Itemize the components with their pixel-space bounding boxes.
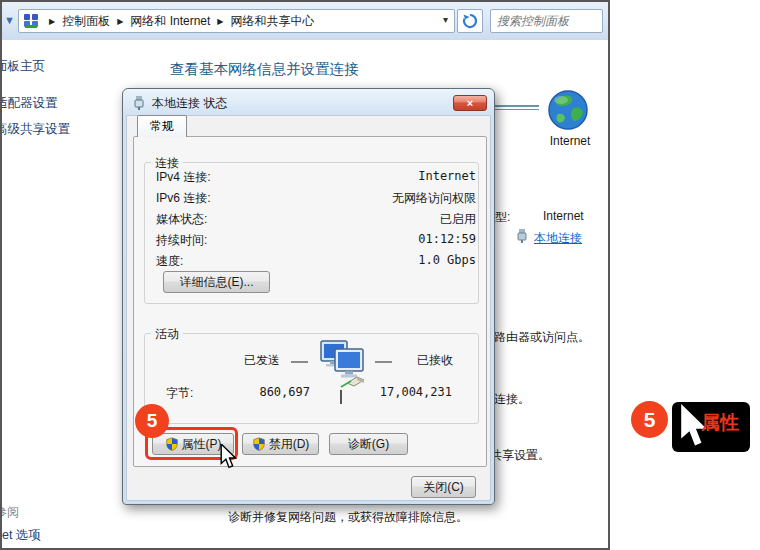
speed-label: 速度: [156,253,183,270]
local-connection-status-dialog: 本地连接 状态 × 常规 连接 IPv4 连接: Internet IPv6 连… [122,88,495,505]
address-bar: ▼ ▶ 控制面板 ▶ 网络和 Internet ▶ 网络和共享中心 ▾ [2,2,608,40]
details-button[interactable]: 详细信息(E)... [163,271,270,293]
close-icon: × [467,98,473,109]
breadcrumb-arrow-icon: ▶ [117,17,123,26]
search-input[interactable] [491,10,602,32]
network-map-connector-line [492,105,539,110]
background-text-fragment: 诊断并修复网络问题，或获得故障排除信息。 [228,509,468,526]
internet-node-label: Internet [542,134,598,148]
received-connector-line [375,361,392,363]
background-text-fragment: 共享设置。 [490,447,550,464]
network-center-icon [22,12,40,30]
activity-group-label: 活动 [151,326,183,343]
screenshot-root: ▼ ▶ 控制面板 ▶ 网络和 Internet ▶ 网络和共享中心 ▾ [0,0,760,550]
refresh-icon [462,13,478,29]
media-state-label: 媒体状态: [156,211,207,228]
step-number: 5 [644,408,656,432]
access-type-value: Internet [543,209,584,223]
breadcrumb-item-network-internet[interactable]: 网络和 Internet [130,13,210,30]
sidebar-item-internet-options[interactable]: net 选项 [0,527,41,544]
bytes-label: 字节: [166,385,193,402]
ipv4-value: Internet [418,169,476,183]
step-number: 5 [147,410,158,432]
breadcrumb: ▶ 控制面板 ▶ 网络和 Internet ▶ 网络和共享中心 ▾ [18,9,455,33]
access-type-label-fragment: 型: [495,209,510,226]
uac-shield-icon [252,437,266,451]
disable-button[interactable]: 禁用(D) [242,433,319,455]
bytes-received-value: 17,004,231 [380,385,452,399]
diagnose-button-label: 诊断(G) [348,436,389,453]
breadcrumb-arrow-icon: ▶ [217,17,223,26]
local-connection-link[interactable]: 本地连接 [534,230,582,247]
dialog-close-button[interactable]: × [453,95,487,111]
ipv6-label: IPv6 连接: [156,190,211,207]
sidebar-item-control-panel-home[interactable]: 面板主页 [0,58,45,75]
activity-group: 活动 [144,333,479,424]
close-button-label: 关闭(C) [423,479,464,496]
internet-globe-icon [546,88,590,132]
sidebar-see-also-label: 参阅 [0,504,19,521]
ipv6-value: 无网络访问权限 [392,190,476,207]
ethernet-plug-icon [516,228,528,243]
sidebar-item-change-adapter-settings[interactable]: 适配器设置 [0,95,58,112]
details-button-label: 详细信息(E)... [180,274,254,291]
close-button[interactable]: 关闭(C) [411,476,476,498]
sidebar-item-advanced-sharing-settings[interactable]: 高级共享设置 [0,121,70,138]
general-tab-page: 连接 IPv4 连接: Internet IPv6 连接: 无网络访问权限 媒体… [133,136,487,467]
bytes-separator [340,390,342,404]
ipv4-label: IPv4 连接: [156,169,211,186]
tab-general[interactable]: 常规 [137,115,187,137]
mouse-cursor-icon [219,444,239,470]
received-label: 已接收 [417,352,453,369]
diagnose-button[interactable]: 诊断(G) [329,433,408,455]
duration-value: 01:12:59 [418,232,476,246]
background-text-fragment: 连接。 [494,391,530,408]
sent-connector-line [291,361,308,363]
breadcrumb-item-control-panel[interactable]: 控制面板 [62,13,110,30]
breadcrumb-item-network-sharing-center[interactable]: 网络和共享中心 [231,13,315,30]
dialog-title-bar[interactable]: 本地连接 状态 × [123,89,494,115]
connection-status-icon [133,95,145,110]
margin-callout: 5 属性 [628,398,758,456]
refresh-button[interactable] [457,9,483,33]
bytes-sent-value: 860,697 [259,385,310,399]
address-dropdown-icon[interactable]: ▾ [443,14,448,25]
media-state-value: 已启用 [440,211,476,228]
background-text-fragment: 路由器或访问点。 [494,329,590,346]
page-title: 查看基本网络信息并设置连接 [170,60,359,79]
speed-value: 1.0 Gbps [418,253,476,267]
step-badge: 5 [631,401,668,438]
search-box [490,9,603,33]
dialog-title: 本地连接 状态 [152,95,227,112]
breadcrumb-arrow-icon: ▶ [49,17,55,26]
nav-history-chevron-icon[interactable]: ▼ [4,14,15,26]
duration-label: 持续时间: [156,232,207,249]
computers-activity-icon [317,339,367,393]
disable-button-label: 禁用(D) [269,436,310,453]
step-badge: 5 [135,404,169,438]
sent-label: 已发送 [244,352,280,369]
callout-properties-text: 属性 [701,410,739,436]
